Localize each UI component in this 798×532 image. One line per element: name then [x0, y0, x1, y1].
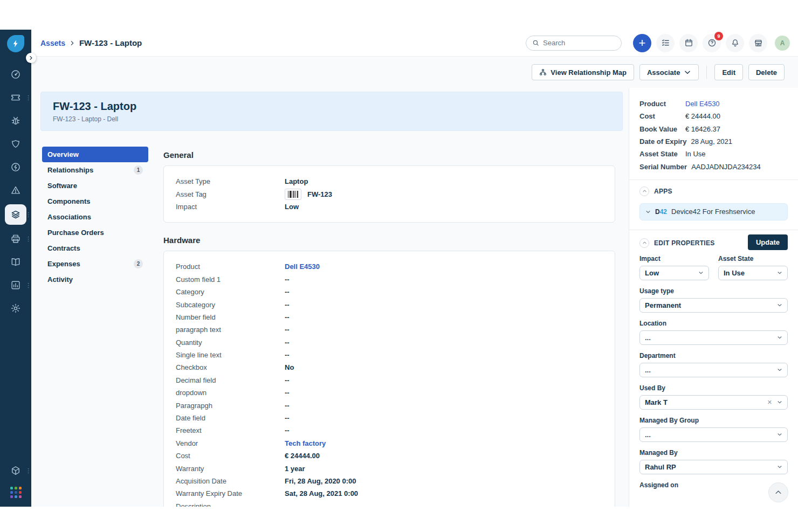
tab-overview[interactable]: Overview	[42, 147, 148, 162]
divider	[629, 230, 798, 230]
marketplace-button[interactable]	[749, 34, 767, 52]
managed-by-select[interactable]: Rahul RP	[639, 460, 788, 474]
field-value: --	[285, 326, 290, 334]
field-label: dropdown	[176, 389, 285, 397]
field-value-text: 1 year	[285, 465, 305, 473]
sidebar-item-solutions-book[interactable]	[5, 253, 26, 271]
kebab-menu-icon[interactable]: ⋮	[25, 282, 31, 288]
sidebar-item-changes-shield[interactable]	[5, 135, 26, 153]
asset-state-select[interactable]: In Use	[718, 266, 788, 280]
field-label: Managed By Group	[639, 417, 788, 424]
sidebar-item-admin-gear[interactable]	[5, 299, 26, 317]
sidebar-item-dashboard[interactable]	[5, 65, 26, 84]
tab-contracts[interactable]: Contracts	[42, 240, 148, 256]
field-value-text: --	[285, 313, 290, 321]
help-button[interactable]: 9	[703, 34, 721, 52]
field-value-text: Dell E4530	[285, 262, 320, 271]
kebab-menu-icon[interactable]: ⋮	[25, 95, 31, 101]
summary-label: Product	[639, 100, 685, 108]
avatar[interactable]: A	[775, 36, 790, 51]
view-relationship-map-button[interactable]: View Relationship Map	[532, 64, 634, 80]
select-value: ...	[645, 334, 651, 342]
delete-button[interactable]: Delete	[748, 64, 785, 80]
notifications-button[interactable]	[726, 34, 744, 52]
sidebar-item-tickets[interactable]: ⋮	[5, 88, 26, 107]
sidebar-expand-button[interactable]	[26, 53, 36, 63]
help-question-icon	[707, 38, 717, 47]
apps-collapse-button[interactable]	[639, 186, 649, 196]
impact-select[interactable]: Low	[639, 266, 709, 280]
sidebar-item-assets-layers[interactable]: ⋮	[5, 204, 26, 225]
calendar-button[interactable]	[679, 34, 698, 52]
field-row-product: ProductDell E4530	[176, 260, 603, 273]
tickets-icon	[10, 92, 21, 103]
edit-button[interactable]: Edit	[714, 64, 743, 80]
field-value[interactable]: Tech factory	[285, 439, 326, 447]
tab-activity[interactable]: Activity	[42, 272, 148, 287]
chevron-down-icon	[698, 270, 704, 275]
new-item-button[interactable]: +	[633, 34, 651, 52]
sidebar-item-packages-cube[interactable]: ⋮	[5, 461, 26, 480]
field-value-text: Fri, 28 Aug, 2020 0:00	[285, 477, 356, 485]
sidebar-item-analytics-chart[interactable]: ⋮	[5, 276, 26, 294]
update-button[interactable]: Update	[748, 234, 788, 250]
summary-value[interactable]: Dell E4530	[685, 100, 720, 108]
tab-label: Software	[47, 182, 77, 190]
dashboard-icon	[10, 69, 21, 80]
field-value: --	[285, 288, 290, 296]
device42-app-card[interactable]: D42 Device42 For Freshservice	[639, 203, 788, 220]
breadcrumb-chevron-icon	[70, 40, 75, 46]
associate-button[interactable]: Associate	[639, 64, 699, 80]
assets-layers-icon	[10, 209, 21, 220]
field-row-subcategory: Subcategory--	[176, 298, 603, 310]
clear-icon[interactable]: ✕	[767, 399, 772, 406]
field-label: Asset Tag	[176, 190, 285, 198]
search-input[interactable]	[543, 39, 615, 47]
asset-title: FW-123 - Laptop	[53, 100, 610, 113]
divider	[706, 66, 707, 79]
used-by-select[interactable]: Mark T✕	[639, 395, 788, 410]
field-label: Number field	[176, 313, 285, 321]
field-row-decimal-field: Decimal field--	[176, 374, 603, 386]
field-label: Quantity	[176, 338, 285, 347]
kebab-menu-icon[interactable]: ⋮	[25, 212, 31, 218]
field-value-text: --	[285, 426, 290, 434]
tab-relationships[interactable]: Relationships1	[42, 162, 148, 178]
kebab-menu-icon[interactable]: ⋮	[25, 236, 31, 242]
freshservice-logo-icon[interactable]	[7, 35, 24, 52]
todo-list-button[interactable]	[656, 34, 675, 52]
field-label: Cost	[176, 452, 285, 460]
scroll-to-top-button[interactable]	[768, 482, 788, 502]
sidebar-item-purchase-orders-printer[interactable]: ⋮	[5, 230, 26, 248]
sidebar-item-problems-bug[interactable]	[5, 112, 26, 130]
select-controls: ✕	[767, 399, 782, 406]
edit-properties-collapse-button[interactable]	[639, 238, 649, 248]
storefront-icon	[754, 38, 763, 47]
sidebar-item-alerts-warning[interactable]	[5, 181, 26, 199]
summary-row-book-value: Book Value€ 16426.37	[639, 123, 788, 135]
action-bar: View Relationship Map Associate Edit Del…	[31, 57, 798, 88]
kebab-menu-icon[interactable]: ⋮	[25, 468, 31, 474]
tab-components[interactable]: Components	[42, 194, 148, 209]
field-value-text: --	[285, 376, 290, 384]
tab-purchase-orders[interactable]: Purchase Orders	[42, 225, 148, 240]
tab-associations[interactable]: Associations	[42, 209, 148, 225]
tab-label: Components	[47, 197, 90, 205]
tab-software[interactable]: Software	[42, 178, 148, 194]
app-switcher-grid-icon[interactable]	[10, 487, 22, 498]
field-value[interactable]: Dell E4530	[285, 262, 320, 271]
select-value: Permanent	[645, 301, 681, 309]
breadcrumb-assets-link[interactable]: Assets	[40, 39, 65, 47]
global-search[interactable]	[526, 36, 622, 51]
location-select[interactable]: ...	[639, 330, 788, 345]
field-row-description: Description	[176, 500, 603, 507]
managed-by-group-select[interactable]: ...	[639, 427, 788, 442]
field-value: --	[285, 338, 290, 347]
notification-count-badge: 9	[714, 32, 723, 40]
usage-type-select[interactable]: Permanent	[639, 298, 788, 313]
department-select[interactable]: ...	[639, 363, 788, 377]
tab-expenses[interactable]: Expenses2	[42, 256, 148, 272]
sidebar-item-releases-bolt[interactable]	[5, 158, 26, 176]
select-value: Low	[645, 269, 659, 277]
field-value: --	[285, 351, 290, 359]
